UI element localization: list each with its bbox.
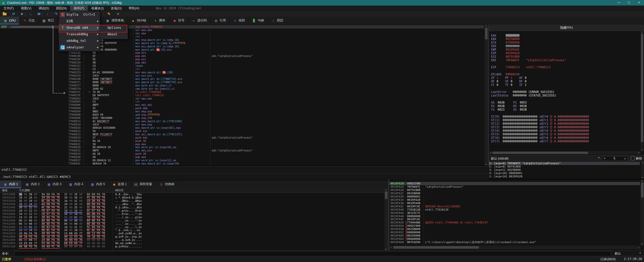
- close-button[interactable]: ×: [634, 0, 644, 6]
- arg-count-spinner[interactable]: ▼ 5 ▲: [602, 156, 628, 161]
- x87-register-row[interactable]: ST(5)00000000000000000000x87r5空0.0000000…: [491, 133, 639, 136]
- stack-row[interactable]: 0019FA4800000000: [389, 215, 640, 218]
- register-row-ecx[interactable]: ECX87090000: [491, 41, 639, 44]
- disasm-row[interactable]: 7704ECE364:A1 30000000mov eax,dword ptr …: [0, 71, 484, 74]
- arguments-scrollbar[interactable]: ▲▼: [641, 161, 644, 179]
- argument-row[interactable]: 3: [esp+C] 0025B000: [489, 168, 640, 172]
- submenu-item-about[interactable]: About: [100, 31, 128, 38]
- step-over-icon[interactable]: ↷: [53, 11, 59, 16]
- stack-pane[interactable]: 0019FA204902CF800019FA2476FA687C"LdrpIni…: [389, 179, 644, 250]
- disasm-row[interactable]: 7704ED346A 18push 18: [0, 152, 484, 155]
- favorites-icon[interactable]: ≡: [115, 11, 121, 16]
- disasm-row[interactable]: 7704ED2D66:894424 10mov word ptr ss:[esp…: [0, 146, 484, 149]
- flags-row[interactable]: OF0SF0DF0: [491, 80, 639, 83]
- stack-row[interactable]: 0019FA580025B000: [389, 227, 640, 231]
- run-icon[interactable]: →: [28, 11, 33, 16]
- tab-符号[interactable]: ◆符号: [169, 17, 188, 24]
- argument-row[interactable]: 1: [esp+4] 76FA687C "LdrpInitializeProce…: [489, 162, 640, 165]
- segment-row[interactable]: CS0023SS002B: [491, 108, 639, 111]
- menu-item-5[interactable]: 插件(P): [70, 6, 88, 11]
- stop-icon[interactable]: ■: [19, 11, 25, 16]
- register-row-esp[interactable]: ESP0019FA20: [491, 51, 639, 55]
- command-input[interactable]: [14, 251, 611, 256]
- x87-register-row[interactable]: ST(2)00000000000000000000x87r2空0.0000000…: [491, 122, 639, 125]
- plugin-menu-item-x64dbg_tol[interactable]: x64dbg_tol▶: [59, 38, 100, 44]
- disasm-row[interactable]: 7704ECDD59pop ecx: [0, 51, 484, 54]
- register-row-edx[interactable]: EDX00000000: [491, 44, 639, 48]
- disasm-row[interactable]: 7704ED2A6A 16push 16: [0, 139, 484, 143]
- chevron-down-icon[interactable]: ▼: [639, 252, 641, 254]
- plugin-menu-item-transx64dbg[interactable]: Transx64Dbg▶: [59, 31, 100, 38]
- disasm-row[interactable]: 7704ED14A1 60330C77mov eax,dword ptr ds:…: [0, 120, 484, 123]
- pause-icon[interactable]: ▮▮: [36, 11, 42, 16]
- disasm-row[interactable]: 7704ED3766:894424 12mov word ptr ss:[esp…: [0, 159, 484, 162]
- register-row-eax[interactable]: EAX00000000: [491, 34, 639, 37]
- registers-hscrollbar[interactable]: ◄ ►: [489, 151, 640, 154]
- disasm-row[interactable]: 7704ECF1890D 78E70B77mov dword ptr ds:[7…: [0, 81, 484, 84]
- stack-row[interactable]: 0019FA6800791E94L"C:\\Users\\ppoh\\Deskt…: [389, 241, 640, 244]
- restart-icon[interactable]: ↺: [11, 11, 16, 16]
- tab-日志[interactable]: ✎日志: [19, 17, 38, 24]
- x87-register-row[interactable]: ST(7)00000000000000000000x87r7空0.0000000…: [491, 140, 639, 143]
- plugin-menu-item-幻境[interactable]: 幻境▶: [59, 18, 100, 24]
- arguments-pane[interactable]: 1: [esp+4] 76FA687C "LdrpInitializeProce…: [489, 161, 644, 179]
- stack-row[interactable]: 0019FA600025E000: [389, 234, 640, 237]
- stack-row[interactable]: 0019FA64006A0068: [389, 237, 640, 241]
- disasm-row[interactable]: 7704ED0B83E4 F8and esp,FFFFFFF8: [0, 113, 484, 116]
- stack-row[interactable]: 0019FA28007919D0: [389, 188, 640, 192]
- x87-register-row[interactable]: ST(0)00000000000000000000x87r0空0.0000000…: [491, 115, 639, 118]
- disasm-row[interactable]: 7704ED328BF9mov edi,ecxedi:"LdrpInitiali…: [0, 149, 484, 152]
- argument-row[interactable]: 5: [esp+14] 0019FA20: [489, 175, 640, 178]
- stack-row[interactable]: 0019FA4C0019FCAC: [389, 218, 640, 221]
- x87-register-row[interactable]: ST(4)00000000000000000000x87r4空0.0000000…: [491, 129, 639, 133]
- tab-内存-3[interactable]: ▦内存 3: [44, 180, 65, 188]
- chevron-down-icon[interactable]: ▼: [598, 156, 600, 159]
- menu-item-2[interactable]: 视图(V): [17, 6, 35, 11]
- argument-row[interactable]: 4: [esp+10] 00000001: [489, 172, 640, 175]
- tab-内存-4[interactable]: ▦内存 4: [65, 180, 87, 188]
- menu-item-4[interactable]: 跟踪(N): [53, 6, 70, 11]
- stack-scrollbar[interactable]: ▲ ▼: [640, 179, 644, 245]
- disasm-row[interactable]: 7704ECF78808mov byte ptr ds:[eax],cl: [0, 84, 484, 87]
- disasm-row[interactable]: 7704ECE05Bpop ebx: [0, 61, 484, 64]
- hide-fpu-button[interactable]: 隐藏FPU: [489, 25, 644, 31]
- disasm-row[interactable]: 7704ED2957push ediedi:"LdrpInitializePro…: [0, 136, 484, 139]
- tab-seh链[interactable]: ▲SEH链: [128, 17, 150, 24]
- stack-row[interactable]: 0019FA5C00000000: [389, 231, 640, 234]
- tab-跟踪[interactable]: ∴跟踪: [268, 17, 287, 24]
- disasm-row[interactable]: 7704ED2C58pop eax: [0, 143, 484, 146]
- flags-row[interactable]: ZF1PF1AF0: [491, 76, 639, 80]
- stack-row[interactable]: 0019FA3C0019FC9C指向SEH_Record[1]的指针: [389, 205, 640, 208]
- disasm-row[interactable]: 7704ED068BFFmov edi,edi: [0, 103, 484, 107]
- laststatus-row[interactable]: LastStatus00000000 (STATUS_SUCCESS): [491, 94, 639, 97]
- lasterror-row[interactable]: LastError00000000 (ERROR_SUCCESS): [491, 90, 639, 94]
- menu-item-3[interactable]: 调试(D): [35, 6, 53, 11]
- menu-item-7[interactable]: 选项(O): [107, 6, 125, 11]
- tab-引用[interactable]: ◎引用: [211, 17, 230, 24]
- disasm-row[interactable]: 7704ED0E81EC 70010000sub esp,170: [0, 116, 484, 120]
- plugin-menu-item-xanalyzer[interactable]: xAnalyzer▶: [59, 44, 100, 51]
- column-divider[interactable]: [133, 25, 134, 166]
- x87-register-row[interactable]: ST(6)00000000000000000000x87r6空0.0000000…: [491, 136, 639, 140]
- stack-row[interactable]: 0019FA340019FA20: [389, 198, 640, 202]
- tab-脚本[interactable]: ≡脚本: [150, 17, 169, 24]
- stack-row[interactable]: 0019FA407701B130ntdll.7701B130: [389, 208, 640, 211]
- stack-row[interactable]: 0019FA204902CF80: [389, 182, 640, 185]
- register-row-edi[interactable]: EDI76FA687C"LdrpInitializeProcess": [491, 58, 639, 62]
- disasm-row[interactable]: 7704ECDF5Epop esi: [0, 58, 484, 61]
- calling-convention-select[interactable]: 默认 (stdcall): [491, 156, 508, 161]
- disasm-row[interactable]: 7704ECE2C3ret: [0, 68, 484, 71]
- submenu-item-options[interactable]: Options: [100, 24, 128, 31]
- disasm-row[interactable]: 7704ED2256push esi: [0, 129, 484, 133]
- stack-row[interactable]: 0019FA443E115C7C: [389, 211, 640, 215]
- tab-监视-1[interactable]: ◉监视 1: [109, 180, 130, 188]
- plugin-menu-item-scylla[interactable]: SScyllaCtrl+I: [59, 11, 100, 18]
- disasm-row[interactable]: 7704ED1933C4xor eax,esp: [0, 123, 484, 126]
- disasm-row[interactable]: 7704ECE933C9xor ecx,ecx: [0, 74, 484, 77]
- dump-scrollbar[interactable]: ▲ ▼: [384, 188, 388, 250]
- disasm-row[interactable]: 7704ED3C8D4424 70lea eax,dword ptr ss:[e…: [0, 162, 484, 165]
- register-row-ebx[interactable]: EBX0025B000: [491, 37, 639, 41]
- maximize-button[interactable]: □: [624, 0, 634, 6]
- tab-结构体[interactable]: §结构体: [156, 180, 178, 188]
- menu-item-8[interactable]: 帮助(H): [125, 6, 143, 11]
